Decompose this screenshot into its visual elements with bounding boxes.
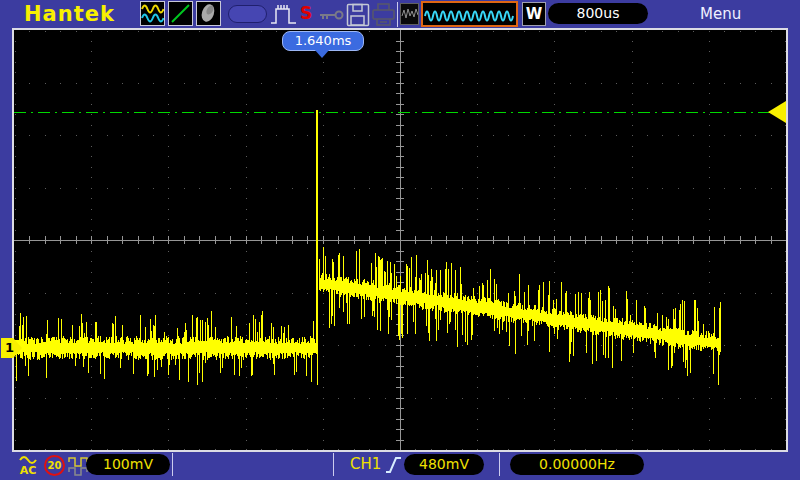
- app-logo: Hantek: [24, 2, 115, 26]
- channels-button[interactable]: [140, 1, 165, 26]
- hand-tool-button[interactable]: [196, 1, 221, 26]
- record-browser-wave-icon: [423, 3, 516, 25]
- trigger-time-tooltip-arrow: [314, 49, 330, 58]
- line-style-button[interactable]: [168, 1, 193, 26]
- printer-icon: [371, 3, 396, 27]
- graticule-axes: [14, 30, 786, 450]
- window-mode-button[interactable]: W: [522, 2, 546, 26]
- trigger-level-marker[interactable]: [768, 101, 786, 123]
- menu-button[interactable]: Menu: [700, 5, 741, 23]
- waveform-trace: [14, 247, 720, 385]
- statusbar-separator: [499, 453, 500, 476]
- record-browser[interactable]: [421, 1, 518, 27]
- toolbar-separator: [397, 2, 398, 27]
- timebase-display[interactable]: 800us: [548, 3, 648, 24]
- dual-sine-icon: [141, 2, 164, 25]
- oscilloscope-screen: Hantek S: [0, 0, 800, 480]
- statusbar-separator: [333, 453, 334, 476]
- save-button[interactable]: [346, 3, 370, 27]
- toolbar-input-field[interactable]: [228, 5, 267, 23]
- trigger-frequency-display: 0.00000Hz: [510, 454, 644, 475]
- trigger-level-display[interactable]: 480mV: [404, 454, 484, 475]
- floppy-disk-icon: [346, 3, 370, 27]
- coupling-ac-indicator: AC: [16, 453, 40, 477]
- svg-text:AC: AC: [20, 464, 37, 477]
- trigger-time-tooltip: 1.640ms: [282, 31, 364, 51]
- diagonal-line-icon: [169, 2, 192, 25]
- volts-per-div-display[interactable]: 100mV: [86, 454, 170, 475]
- scope-canvas: [14, 30, 786, 450]
- hand-icon: [197, 2, 220, 25]
- record-preview: [400, 3, 419, 25]
- record-preview-wave-icon: [401, 4, 418, 24]
- scope-display: [12, 28, 788, 452]
- trigger-slope-icon: [385, 454, 402, 475]
- single-pulse-icon: [270, 3, 297, 26]
- stop-indicator: S: [300, 3, 312, 23]
- ac-tilde-icon: [20, 457, 36, 463]
- bandwidth-limit-indicator: 20: [44, 455, 65, 476]
- trigger-source-label[interactable]: CH1: [350, 455, 381, 473]
- key-lock-icon: [317, 8, 345, 22]
- print-button[interactable]: [371, 3, 396, 27]
- statusbar-separator: [172, 453, 173, 476]
